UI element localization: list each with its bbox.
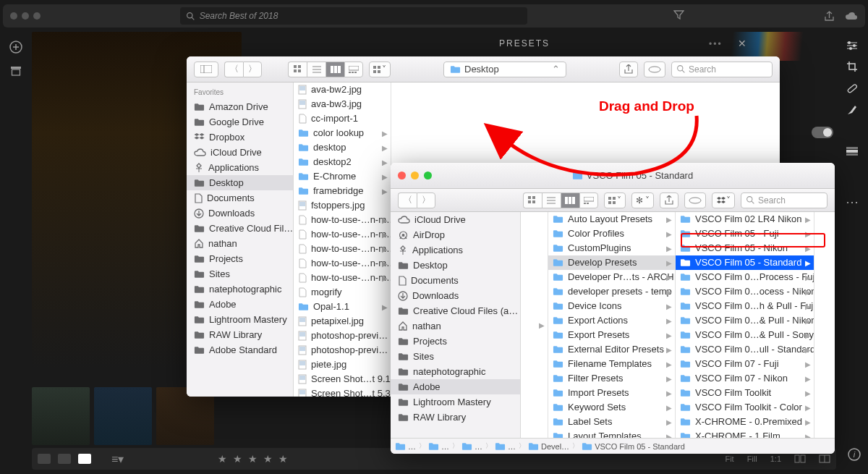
sidebar-item[interactable]: Documents xyxy=(391,273,520,288)
file-item[interactable]: how-to-use-…n-m…▶ xyxy=(294,256,391,271)
view-icon-gallery[interactable] xyxy=(344,62,363,77)
archive-icon[interactable] xyxy=(10,65,22,77)
finder2-pathbar[interactable]: …〉…〉…〉…〉Devel…〉VSCO Film 05 - Standard xyxy=(391,438,835,454)
finder2-colB[interactable]: VSCO Film 02 LR4 Nikon▶VSCO Film 05 - Fu… xyxy=(676,212,814,438)
more-icon[interactable]: ⋯ xyxy=(846,194,859,210)
file-item[interactable]: desktop▶ xyxy=(294,140,391,155)
view-icon-list[interactable] xyxy=(307,62,326,77)
path-crumb[interactable]: … xyxy=(495,442,516,451)
folder-item[interactable]: Filename Templates▶ xyxy=(548,357,675,371)
crop-icon[interactable] xyxy=(846,61,858,72)
brush-icon[interactable] xyxy=(846,104,858,116)
sidebar-item[interactable]: Dropbox xyxy=(187,130,293,145)
more-dots-icon[interactable]: ••• xyxy=(709,39,723,49)
file-item[interactable]: mogrify xyxy=(294,285,391,300)
share-button[interactable] xyxy=(619,62,638,77)
sidebar-item[interactable]: Sites xyxy=(187,266,293,282)
sidebar-item[interactable]: Projects xyxy=(187,251,293,266)
sidebar-item[interactable]: Documents xyxy=(187,190,293,206)
folder-item[interactable]: VSCO Film 07 - Fuji▶ xyxy=(676,357,814,371)
file-item[interactable]: desktop2▶ xyxy=(294,155,391,169)
folder-item[interactable]: VSCO Film 0…& Pull - Sony▶ xyxy=(676,328,814,342)
filter-icon[interactable] xyxy=(673,9,684,22)
folder-item[interactable]: VSCO Film 0…Process - Fuji▶ xyxy=(676,270,814,284)
sort-icon[interactable]: ≡▾ xyxy=(111,452,124,466)
folder-item[interactable]: X-CHROME - 0.Premixed▶ xyxy=(676,415,814,429)
view-icon-grid[interactable] xyxy=(523,192,542,208)
sidebar-item[interactable]: Downloads xyxy=(391,288,520,303)
sidebar-item[interactable]: Google Drive xyxy=(187,114,293,130)
file-item[interactable]: E-Chrome▶ xyxy=(294,169,391,184)
file-item[interactable]: fstoppers.jpg xyxy=(294,198,391,213)
sidebar-item[interactable]: Adobe xyxy=(187,297,293,312)
arrange-button[interactable]: ˅ xyxy=(369,62,391,77)
folder-item[interactable]: Auto Layout Presets▶ xyxy=(548,212,675,227)
sidebar-item[interactable]: iCloud Drive xyxy=(391,212,520,227)
sidebar-item[interactable]: Desktop xyxy=(391,258,520,273)
file-item[interactable]: Screen Shot…t 9.1… xyxy=(294,372,391,386)
sidebar-item[interactable]: Projects xyxy=(391,334,520,349)
action-button[interactable]: ✻ ˅ xyxy=(631,192,654,208)
1to1-btn[interactable]: 1:1 xyxy=(770,454,781,463)
sidebar-item[interactable]: Sites xyxy=(391,349,520,364)
sidebar-item[interactable]: Adobe xyxy=(391,379,520,394)
path-crumb[interactable]: … xyxy=(461,442,482,451)
sidebar-item[interactable]: Lightroom Mastery xyxy=(391,394,520,410)
path-crumb[interactable]: Devel… xyxy=(528,442,569,451)
folder-item[interactable]: Developer Pr…ts - ARCHIVE▶ xyxy=(548,270,675,284)
sidebar-item[interactable]: iCloud Drive xyxy=(187,145,293,160)
folder-item[interactable]: Label Sets▶ xyxy=(548,415,675,429)
sidebar-item[interactable]: Creative Cloud Files (a… xyxy=(391,303,520,318)
rating-stars[interactable]: ★ ★ ★ ★ ★ xyxy=(218,453,289,465)
share-button[interactable] xyxy=(660,192,678,208)
finder2-search[interactable]: Search xyxy=(741,192,827,208)
dropbox-button[interactable]: ˅ xyxy=(712,192,735,208)
thumb[interactable] xyxy=(32,387,90,445)
compare-icon[interactable] xyxy=(794,454,806,463)
file-item[interactable]: how-to-use-…n-m…▶ xyxy=(294,227,391,242)
close-icon[interactable]: ✕ xyxy=(738,38,748,49)
sidebar-item[interactable]: nathan xyxy=(187,236,293,251)
sidebar-item[interactable]: Creative Cloud Fil… xyxy=(187,221,293,236)
folder-item[interactable]: External Editor Presets▶ xyxy=(548,342,675,357)
sidebar-item[interactable]: Downloads xyxy=(187,206,293,221)
folder-item[interactable]: Filter Presets▶ xyxy=(548,371,675,386)
sidebar-item[interactable]: AirDrop xyxy=(391,227,520,242)
sidebar-item[interactable]: Amazon Drive xyxy=(187,99,293,114)
view-mode-single[interactable] xyxy=(78,454,91,464)
forward-button[interactable]: 〉 xyxy=(417,192,435,208)
folder-item[interactable]: VSCO Film 0…& Pull - Nikon▶ xyxy=(676,313,814,328)
path-crumb[interactable]: … xyxy=(395,442,416,451)
file-item[interactable]: Opal-1.1▶ xyxy=(294,300,391,314)
finder1-col1[interactable]: ava-bw2.jpgava-bw3.jpgcc-import-1color l… xyxy=(294,82,391,397)
cloud-icon[interactable] xyxy=(845,12,858,21)
file-item[interactable]: ava-bw3.jpg xyxy=(294,97,391,111)
finder1-search[interactable]: Search xyxy=(671,62,773,77)
folder-item[interactable]: VSCO Film 07 - Nikon▶ xyxy=(676,371,814,386)
folder-item[interactable]: VSCO Film 0…ull - Standard▶ xyxy=(676,342,814,357)
sidebar-item[interactable]: RAW Library xyxy=(391,410,520,425)
sidebar-item[interactable]: Applications xyxy=(391,242,520,258)
sidebar-item[interactable]: natephotographic xyxy=(391,364,520,379)
folder-item[interactable]: CustomPlugins▶ xyxy=(548,241,675,255)
back-button[interactable]: 〈 xyxy=(224,62,243,77)
sidebar-item[interactable]: natephotographic xyxy=(187,282,293,297)
folder-item[interactable]: Device Icons▶ xyxy=(548,299,675,313)
back-button[interactable]: 〈 xyxy=(398,192,417,208)
preset-toggle[interactable] xyxy=(812,127,833,138)
arrange-button[interactable]: ˅ xyxy=(604,192,626,208)
sidebar-item[interactable]: Lightroom Mastery xyxy=(187,312,293,327)
finder2-titlebar[interactable]: VSCO Film 05 - Standard xyxy=(391,163,835,189)
finder-window-2[interactable]: VSCO Film 05 - Standard 〈 〉 ˅ ✻ ˅ ˅ Sear… xyxy=(391,163,835,454)
path-crumb[interactable]: … xyxy=(428,442,449,451)
folder-item[interactable]: VSCO Film Toolkit - Color▶ xyxy=(676,400,814,415)
info-icon[interactable]: i xyxy=(848,448,861,464)
folder-item[interactable]: Export Actions▶ xyxy=(548,313,675,328)
sidebar-item[interactable]: Applications xyxy=(187,160,293,175)
view-mode-grid2[interactable] xyxy=(58,454,71,464)
folder-item[interactable]: Layout Templates▶ xyxy=(548,429,675,438)
file-item[interactable]: how-to-use-…n-m…▶ xyxy=(294,213,391,227)
app-search[interactable]: Search Best of 2018 xyxy=(180,7,527,25)
path-crumb[interactable]: VSCO Film 05 - Standard xyxy=(582,442,685,451)
path-location[interactable]: Desktop ⌃ xyxy=(443,62,566,77)
